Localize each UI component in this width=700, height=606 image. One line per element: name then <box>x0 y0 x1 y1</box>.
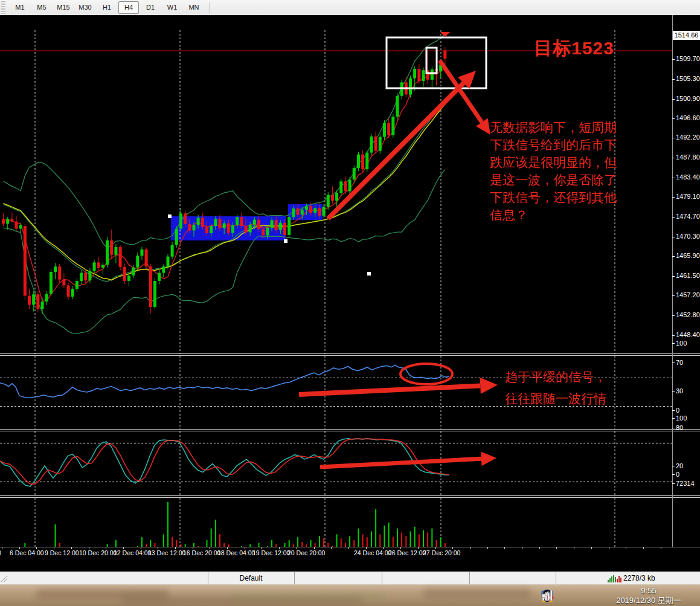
clock-date: 2019/12/30 星期一 <box>603 596 694 605</box>
candlestick <box>101 265 104 268</box>
candlestick <box>80 272 83 280</box>
candlestick <box>19 225 22 229</box>
candlestick <box>227 224 230 233</box>
windows-taskbar[interactable]: 9:55 2019/12/30 星期一 <box>0 584 700 606</box>
chart-region[interactable] <box>0 15 700 547</box>
rsi-flat-ellipse[interactable] <box>400 364 452 384</box>
price-tick-label: 1509.70 <box>676 55 700 62</box>
candlestick <box>313 208 316 213</box>
candlestick <box>123 267 126 281</box>
timeframe-button-h4[interactable]: H4 <box>118 1 139 14</box>
candlestick <box>6 219 9 224</box>
time-tick-mark <box>314 547 315 549</box>
drive-stack-icon[interactable] <box>559 588 573 603</box>
time-tick-mark <box>556 547 557 549</box>
indicator-tick-mark <box>672 410 675 411</box>
candlestick <box>383 123 386 137</box>
time-tick-label: 16 Dec 20:00 <box>183 549 220 556</box>
time-tick-mark <box>141 547 141 549</box>
timeframe-button-mn[interactable]: MN <box>184 1 204 14</box>
time-tick-mark <box>89 547 89 549</box>
candlestick <box>370 137 373 153</box>
rsi-scale-label: 100 <box>676 340 687 347</box>
candlestick <box>348 179 352 191</box>
candlestick <box>292 208 295 217</box>
status-cell-divider <box>556 572 557 585</box>
indicator-tick-mark <box>672 343 675 344</box>
time-tick-mark <box>19 547 20 549</box>
candlestick <box>205 227 208 233</box>
candlestick <box>245 226 248 232</box>
timeframe-button-m1[interactable]: M1 <box>10 1 30 14</box>
timeframe-button-m5[interactable]: M5 <box>31 1 52 14</box>
toolbar-grip-handle[interactable] <box>1 1 5 14</box>
candlestick <box>36 294 39 309</box>
candlestick <box>192 225 195 231</box>
traffic-label: 2278/3 kb <box>623 574 655 582</box>
time-tick-label: 18 Dec 04:00 <box>217 549 255 556</box>
candlestick <box>106 240 109 265</box>
price-tick-label: 1465.90 <box>676 252 700 259</box>
taskbar-clock[interactable]: 9:55 2019/12/30 星期一 <box>603 586 694 605</box>
candlestick <box>10 219 13 221</box>
price-tick-mark <box>672 178 675 178</box>
candlestick <box>297 208 300 214</box>
timeframe-button-m30[interactable]: M30 <box>75 1 95 14</box>
candlestick <box>2 219 5 224</box>
candlestick <box>201 218 204 227</box>
volume-scale-label: 72314 <box>676 480 695 487</box>
price-tick-mark <box>672 59 675 60</box>
object-handle[interactable] <box>367 272 371 276</box>
candlestick <box>339 181 342 193</box>
price-tick-mark <box>672 197 675 198</box>
rsi-scale-label: 0 <box>676 407 679 414</box>
candlestick <box>283 223 286 235</box>
down-triangle-marker[interactable] <box>440 32 450 37</box>
candlestick <box>271 220 274 228</box>
indicator-tick-mark <box>672 363 675 363</box>
candlestick <box>323 207 326 216</box>
object-handle[interactable] <box>168 214 172 218</box>
resize-grip-icon[interactable] <box>0 573 8 583</box>
candlestick <box>119 247 122 267</box>
object-handle[interactable] <box>284 239 287 243</box>
time-tick-label: 6 Dec 04:00 <box>10 549 44 556</box>
indicator-tick-mark <box>672 466 675 466</box>
indicator-tick-mark <box>672 418 675 419</box>
timeframe-button-d1[interactable]: D1 <box>140 1 161 14</box>
price-tick-mark <box>672 315 675 316</box>
candlestick <box>67 285 70 297</box>
timeframe-button-m15[interactable]: M15 <box>53 1 74 14</box>
candlestick <box>75 281 79 289</box>
timeframe-button-w1[interactable]: W1 <box>162 1 182 14</box>
candlestick <box>114 247 117 255</box>
time-tick-mark <box>418 547 419 549</box>
time-tick-label: 27 Dec 20:00 <box>423 549 460 556</box>
time-tick-label: 20 Dec 20:00 <box>287 549 325 556</box>
price-tick-label: 1457.20 <box>676 291 700 298</box>
time-tick-mark <box>331 547 332 549</box>
time-tick-mark <box>452 547 453 549</box>
time-tick-mark <box>470 547 470 549</box>
candlestick <box>140 250 143 256</box>
desktop: M1M5M15M30H1H4D1W1MN 1509.701505.301500.… <box>0 0 700 606</box>
candlestick <box>443 50 446 58</box>
time-tick-mark <box>262 547 262 549</box>
time-tick-mark <box>227 547 228 549</box>
time-tick-mark <box>279 547 280 549</box>
timeframe-button-h1[interactable]: H1 <box>97 1 117 14</box>
rsi-note-line2: 往往跟随一波行情 <box>505 390 606 407</box>
candlestick <box>301 210 304 214</box>
time-tick-mark <box>400 547 401 549</box>
time-tick-mark <box>487 547 488 549</box>
qq-penguin-icon[interactable] <box>576 588 590 603</box>
candlestick <box>275 220 278 230</box>
status-cell-divider <box>382 572 383 585</box>
candlestick <box>97 262 100 268</box>
candlestick <box>431 69 434 80</box>
stochastic-panel[interactable] <box>0 431 700 495</box>
time-tick-mark <box>54 547 54 549</box>
time-axis[interactable]: 06 Dec 04:009 Dec 12:0010 Dec 20:0012 De… <box>0 547 700 572</box>
profile-label[interactable]: Default <box>208 574 294 582</box>
candlestick <box>287 217 291 235</box>
